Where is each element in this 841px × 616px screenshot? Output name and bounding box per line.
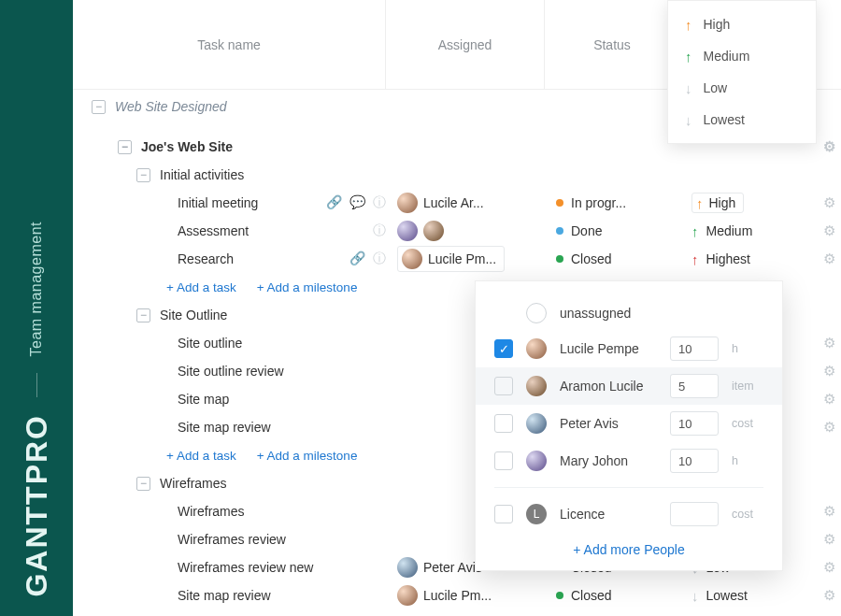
assigned-cell[interactable]: Lucile Pm... xyxy=(397,246,556,272)
group-row-initial-activities[interactable]: Initial activities xyxy=(73,161,841,189)
header-taskname: Task name xyxy=(73,0,386,89)
avatar-icon xyxy=(526,413,547,434)
group-label: Joe's Web Site xyxy=(141,139,233,154)
avatar-icon xyxy=(526,376,547,396)
priority-option-label: Low xyxy=(704,80,728,95)
hours-input[interactable] xyxy=(670,337,719,361)
status-text: Done xyxy=(571,223,602,238)
checkbox[interactable] xyxy=(494,414,513,433)
hours-input[interactable] xyxy=(670,502,719,526)
status-text: Closed xyxy=(571,588,612,603)
checkbox[interactable] xyxy=(494,451,513,470)
assignee-name: Lucile Pempe xyxy=(560,341,657,356)
group-label: Wireframes xyxy=(160,476,227,491)
unit-label: cost xyxy=(732,508,763,521)
avatar-icon xyxy=(423,221,444,241)
priority-option-label: High xyxy=(704,17,731,32)
add-milestone-link[interactable]: + Add a milestone xyxy=(257,280,358,294)
task-row[interactable]: Research 🔗 ⓘ Lucile Pm... Closed xyxy=(73,245,841,273)
gear-icon[interactable] xyxy=(823,335,835,351)
gear-icon[interactable] xyxy=(823,194,835,211)
collapse-toggle-icon[interactable] xyxy=(92,100,106,114)
priority-cell[interactable]: Medium xyxy=(691,223,818,238)
priority-option-lowest[interactable]: Lowest xyxy=(668,104,816,136)
hours-input[interactable] xyxy=(670,449,719,473)
collapse-toggle-icon[interactable] xyxy=(136,477,150,491)
checkbox[interactable] xyxy=(494,505,513,523)
unit-label: h xyxy=(732,342,763,355)
task-name: Site map xyxy=(178,392,229,407)
gear-icon[interactable] xyxy=(823,531,835,548)
gear-icon[interactable] xyxy=(823,363,835,380)
header-assigned: Assigned xyxy=(386,0,545,89)
arrow-down-icon xyxy=(685,113,692,127)
assignee-row-unassigned[interactable]: unassugned xyxy=(476,296,782,330)
arrow-up-icon xyxy=(696,196,704,210)
info-icon: ⓘ xyxy=(373,251,386,267)
assignee-name: unassugned xyxy=(560,306,763,321)
priority-cell[interactable]: High xyxy=(691,193,818,213)
header-status: Status xyxy=(545,0,680,89)
assignee-popup[interactable]: unassugned Lucile Pempe h Aramon Lucile … xyxy=(475,280,783,571)
assignee-row[interactable]: Mary Johon h xyxy=(476,442,782,480)
task-row[interactable]: Assessment ⓘ Done Medium xyxy=(73,217,841,245)
collapse-toggle-icon[interactable] xyxy=(136,308,150,322)
assigned-text: Lucile Pm... xyxy=(423,588,492,603)
assigned-cell[interactable]: Lucile Ar... xyxy=(397,193,556,213)
assigned-cell[interactable]: Lucile Pm... xyxy=(397,585,556,606)
add-task-link[interactable]: + Add a task xyxy=(166,449,236,463)
collapse-toggle-icon[interactable] xyxy=(118,140,132,154)
hours-input[interactable] xyxy=(670,374,719,398)
assignee-name: Licence xyxy=(560,507,657,522)
assignee-row[interactable]: Peter Avis cost xyxy=(476,405,782,442)
gear-icon[interactable] xyxy=(823,559,835,576)
arrow-down-icon xyxy=(685,81,692,95)
gear-icon[interactable] xyxy=(823,222,835,239)
priority-option-high[interactable]: High xyxy=(668,8,816,40)
priority-dropdown[interactable]: High Medium Low Lowest xyxy=(667,0,817,144)
collapse-toggle-icon[interactable] xyxy=(136,168,150,182)
priority-option-low[interactable]: Low xyxy=(668,72,816,104)
assignee-row[interactable]: Aramon Lucile item xyxy=(476,367,782,405)
status-cell[interactable]: In progr... xyxy=(556,195,691,210)
link-icon: 🔗 xyxy=(349,251,365,267)
avatar-letter-icon: L xyxy=(526,504,547,524)
unit-label: item xyxy=(732,380,763,393)
status-cell[interactable]: Closed xyxy=(556,251,691,266)
unit-label: cost xyxy=(732,417,763,430)
task-row[interactable]: Site map review Lucile Pm... Closed Lowe… xyxy=(73,581,841,609)
priority-text: High xyxy=(709,195,736,210)
assigned-cell[interactable] xyxy=(397,221,556,241)
brand-sidebar: Team management GANTTPRO xyxy=(0,0,73,616)
arrow-up-icon xyxy=(685,18,692,32)
gear-icon[interactable] xyxy=(823,503,835,520)
assignee-row[interactable]: Lucile Pempe h xyxy=(476,330,782,367)
priority-option-medium[interactable]: Medium xyxy=(668,40,816,72)
gear-icon[interactable] xyxy=(823,251,835,267)
priority-cell[interactable]: Highest xyxy=(691,251,818,266)
comment-icon: 💬 xyxy=(349,194,365,211)
gear-icon[interactable] xyxy=(823,391,835,408)
gear-icon[interactable] xyxy=(823,138,835,155)
status-cell[interactable]: Closed xyxy=(556,588,691,603)
gear-icon[interactable] xyxy=(823,419,835,436)
gear-icon[interactable] xyxy=(823,587,835,604)
status-text: In progr... xyxy=(571,195,626,210)
add-milestone-link[interactable]: + Add a milestone xyxy=(257,449,358,463)
checkbox[interactable] xyxy=(494,377,513,395)
avatar-icon xyxy=(397,557,418,578)
priority-cell[interactable]: Lowest xyxy=(691,588,818,603)
status-cell[interactable]: Done xyxy=(556,223,691,238)
hours-input[interactable] xyxy=(670,411,719,436)
add-more-people-link[interactable]: + Add more People xyxy=(476,533,782,561)
task-row[interactable]: Initial meeting 🔗 💬 ⓘ Lucile Ar... In pr… xyxy=(73,189,841,217)
arrow-down-icon xyxy=(691,589,699,603)
checkbox[interactable] xyxy=(494,339,513,358)
assignee-name: Aramon Lucile xyxy=(560,379,657,394)
brand-divider xyxy=(36,373,37,397)
task-name: Wireframes xyxy=(178,504,245,519)
assignee-row-resource[interactable]: L Licence cost xyxy=(476,495,782,533)
team-management-label: Team management xyxy=(28,222,45,356)
assignee-name: Mary Johon xyxy=(560,453,657,468)
add-task-link[interactable]: + Add a task xyxy=(166,280,236,294)
